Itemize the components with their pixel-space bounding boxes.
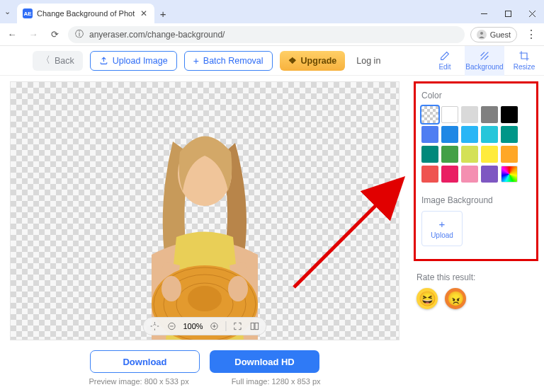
mode-tabs: Edit Background Resize [425, 46, 544, 76]
browser-menu-icon[interactable]: ⋮ [523, 28, 540, 41]
svg-line-23 [294, 181, 400, 287]
favicon: AE [23, 8, 33, 18]
color-swatch[interactable] [481, 166, 498, 183]
site-info-icon[interactable]: ⓘ [75, 28, 84, 40]
login-link[interactable]: Log in [352, 56, 385, 66]
plus-icon: + [193, 55, 199, 67]
zoom-out-icon[interactable] [166, 321, 177, 332]
browser-tab[interactable]: AE Change Background of Phot ✕ [17, 4, 154, 23]
tab-edit-label: Edit [438, 63, 450, 71]
color-swatch[interactable] [461, 126, 478, 143]
address-bar[interactable]: ⓘ anyeraser.com/change-background/ [68, 26, 465, 43]
subject-image [109, 113, 300, 340]
upload-image-label: Upload Image [113, 56, 168, 66]
image-bg-label: Image Background [421, 195, 531, 205]
upgrade-label: Upgrade [301, 56, 337, 66]
tab-background-label: Background [465, 63, 503, 71]
edit-icon [439, 50, 450, 62]
nav-back-icon[interactable]: ← [4, 27, 20, 42]
sidebar: Color Image Background + Upload Rate thi… [409, 76, 544, 392]
svg-line-5 [481, 52, 489, 60]
color-swatch[interactable] [441, 146, 458, 163]
avatar-icon [477, 30, 487, 40]
rate-sad-button[interactable]: 😠 [445, 288, 466, 309]
image-meta: Preview image: 800 x 533 px Full image: … [89, 377, 320, 386]
color-swatch[interactable] [461, 106, 478, 123]
upload-image-button[interactable]: Upload Image [90, 51, 177, 71]
preview-size-label: Preview image: 800 x 533 px [89, 377, 188, 386]
svg-rect-21 [251, 323, 254, 329]
tab-close-icon[interactable]: ✕ [139, 8, 149, 18]
diamond-icon: ❖ [288, 55, 297, 66]
zoom-in-icon[interactable] [209, 321, 220, 332]
fit-screen-icon[interactable] [232, 321, 244, 332]
batch-removal-label: Batch Removal [203, 56, 264, 66]
main-area: 100% Download Download HD Preview image:… [0, 76, 544, 392]
download-row: Download Download HD [90, 350, 319, 373]
window-minimize-icon[interactable] [472, 4, 496, 23]
new-tab-button[interactable]: + [154, 4, 171, 23]
annotation-arrow [287, 174, 414, 294]
crop-icon [518, 50, 530, 62]
upload-bg-label: Upload [431, 231, 453, 239]
nav-forward-icon: → [26, 27, 41, 42]
back-button[interactable]: 〈 Back [33, 51, 83, 71]
tab-resize-label: Resize [514, 63, 536, 71]
url-text: anyeraser.com/change-background/ [89, 30, 225, 40]
batch-removal-button[interactable]: + Batch Removal [184, 51, 273, 71]
color-swatch[interactable] [441, 106, 458, 123]
svg-point-4 [480, 32, 483, 35]
pan-icon[interactable] [149, 321, 160, 332]
svg-point-14 [162, 276, 181, 301]
tab-edit[interactable]: Edit [425, 46, 465, 76]
nav-reload-icon[interactable]: ⟳ [47, 27, 62, 42]
rate-label: Rate this result: [416, 272, 538, 282]
tab-search-chevron[interactable]: ⌄ [0, 0, 14, 23]
color-section-label: Color [421, 91, 531, 100]
color-swatch[interactable] [441, 126, 458, 143]
full-size-label: Full image: 1280 x 853 px [232, 377, 321, 386]
upload-background-button[interactable]: + Upload [421, 211, 463, 246]
background-icon [479, 50, 490, 62]
color-swatch[interactable] [481, 146, 498, 163]
compare-icon[interactable] [249, 321, 261, 332]
canvas-area: 100% Download Download HD Preview image:… [0, 76, 409, 392]
browser-toolbar: ← → ⟳ ⓘ anyeraser.com/change-background/… [0, 23, 544, 46]
color-swatch[interactable] [441, 166, 458, 183]
color-swatch[interactable] [421, 126, 438, 143]
color-swatch[interactable] [501, 126, 518, 143]
svg-point-13 [188, 286, 222, 311]
upload-icon [99, 56, 108, 65]
tab-title: Change Background of Phot [37, 9, 135, 18]
color-swatch[interactable] [501, 146, 518, 163]
tab-resize[interactable]: Resize [504, 46, 544, 76]
download-hd-button[interactable]: Download HD [210, 350, 319, 373]
profile-label: Guest [490, 30, 511, 39]
tab-background[interactable]: Background [465, 46, 504, 76]
svg-line-7 [484, 56, 488, 59]
profile-button[interactable]: Guest [470, 27, 517, 42]
canvas[interactable]: 100% [10, 81, 400, 340]
color-swatch[interactable] [421, 166, 438, 183]
plus-icon: + [439, 219, 446, 229]
zoom-level: 100% [183, 322, 203, 330]
separator [226, 321, 227, 331]
color-swatch[interactable] [501, 106, 518, 123]
color-swatch[interactable] [481, 126, 498, 143]
upgrade-button[interactable]: ❖ Upgrade [280, 51, 346, 71]
color-swatch[interactable] [421, 106, 438, 123]
zoom-toolbar: 100% [142, 317, 266, 335]
color-swatches [421, 106, 531, 183]
color-swatch[interactable] [421, 146, 438, 163]
window-close-icon[interactable] [520, 4, 544, 23]
download-button[interactable]: Download [90, 350, 200, 373]
color-swatch[interactable] [481, 106, 498, 123]
chevron-left-icon: 〈 [41, 54, 50, 67]
svg-rect-1 [505, 11, 511, 16]
rate-happy-button[interactable]: 😆 [416, 288, 438, 309]
app-header: 〈 Back Upload Image + Batch Removal ❖ Up… [0, 46, 544, 76]
color-swatch[interactable] [461, 166, 478, 183]
color-swatch[interactable] [461, 146, 478, 163]
color-swatch[interactable] [501, 166, 518, 183]
window-maximize-icon[interactable] [496, 4, 520, 23]
